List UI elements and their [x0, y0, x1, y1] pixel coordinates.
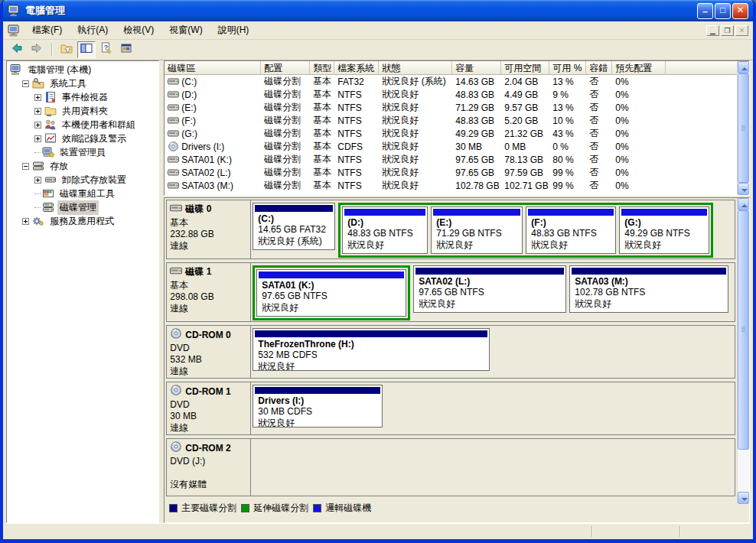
partition-c[interactable]: (C:) 14.65 GB FAT32 狀況良好 (系統): [253, 203, 335, 250]
tree-item-label: 系統工具: [47, 76, 89, 91]
tree-toggle-minus[interactable]: [22, 163, 29, 170]
tree-toggle-plus[interactable]: [34, 122, 41, 128]
partition-f[interactable]: (F:) 48.83 GB NTFS 狀況良好: [526, 206, 616, 254]
forward-button[interactable]: [28, 41, 46, 58]
scroll-track[interactable]: [738, 73, 749, 183]
back-button[interactable]: [8, 41, 26, 58]
volume-list-scrollbar[interactable]: [737, 61, 749, 195]
legend-item: 邏輯磁碟機: [313, 502, 371, 515]
cd-rom-0-label[interactable]: CD-ROM 0 DVD532 MB連線: [167, 326, 251, 378]
menu-item-2[interactable]: 檢視(V): [116, 21, 161, 39]
column-header-item[interactable]: 可用空間: [501, 61, 549, 75]
cd-drive-icon: [170, 328, 182, 341]
maximize-button[interactable]: □: [715, 3, 731, 19]
tree-toggle-plus[interactable]: [22, 218, 29, 225]
scroll-down-arrow[interactable]: [738, 183, 749, 195]
show-hide-console-tree-button[interactable]: [77, 41, 96, 58]
column-header-item[interactable]: 容錯: [586, 61, 612, 75]
volume-row-f[interactable]: (F:)磁碟分割基本NTFS狀況良好48.83 GB5.20 GB10 %否0%: [165, 114, 749, 127]
disk-icon: [168, 167, 179, 177]
volume-row-d[interactable]: (D:)磁碟分割基本NTFS狀況良好48.83 GB4.49 GB9 %否0%: [165, 88, 749, 101]
column-header-item[interactable]: 檔案系統: [334, 61, 379, 75]
column-header-item[interactable]: 可用 %: [549, 61, 586, 75]
tree-item-services-and-applications[interactable]: 服務及應用程式: [7, 214, 158, 228]
volume-row-drivers-i[interactable]: Drivers (I:)磁碟分割基本CDFS狀況良好30 MB0 MB0 %否0…: [165, 140, 749, 153]
volume-row-g[interactable]: (G:)磁碟分割基本NTFS狀況良好49.29 GB21.32 GB43 %否0…: [165, 127, 749, 140]
minimize-button[interactable]: –: [697, 3, 713, 19]
cell-item: 0%: [612, 102, 666, 113]
cell-item: 狀況良好: [379, 140, 452, 153]
scroll-thumb[interactable]: [738, 210, 749, 450]
volume-row-sata02-l[interactable]: SATA02 (L:)磁碟分割基本NTFS狀況良好97.65 GB97.59 G…: [165, 166, 749, 179]
column-header-item[interactable]: 磁碟區: [165, 61, 261, 75]
cell-item: 43 %: [549, 128, 586, 139]
child-restore-button[interactable]: ❐: [721, 25, 734, 36]
cd-rom-1-row: CD-ROM 1 DVD30 MB連線 Drivers (I:) 30 MB C…: [166, 382, 735, 435]
tree-toggle-plus[interactable]: [34, 94, 41, 101]
console-window-button[interactable]: [117, 41, 135, 58]
column-header-item[interactable]: 預先配置: [612, 61, 666, 75]
tree-item-disk-management[interactable]: 磁碟管理: [7, 200, 158, 214]
tree-toggle-plus[interactable]: [34, 108, 41, 115]
tree-item-performance-logs-alerts[interactable]: 效能記錄及警示: [7, 132, 158, 145]
up-one-level-button[interactable]: [57, 41, 76, 58]
child-close-button[interactable]: ✕: [735, 25, 748, 36]
cd-rom-0-graphic: TheFrozenThrone (H:) 532 MB CDFS 狀況良好: [251, 326, 735, 378]
volume-row-c[interactable]: (C:)磁碟分割基本FAT32狀況良好 (系統)14.63 GB2.04 GB1…: [165, 75, 749, 88]
primary-partition-group: TheFrozenThrone (H:) 532 MB CDFS 狀況良好: [253, 328, 490, 371]
extended-partition-group: SATA01 (K:) 97.65 GB NTFS 狀況良好: [253, 265, 410, 320]
scroll-track[interactable]: [738, 210, 749, 492]
column-header-item[interactable]: 狀態: [379, 61, 452, 75]
disk-1-label[interactable]: 磁碟 1 基本298.08 GB連線: [167, 263, 251, 321]
disk-0-label[interactable]: 磁碟 0 基本232.88 GB連線: [167, 200, 251, 258]
scroll-up-arrow[interactable]: [738, 61, 749, 73]
column-header-item[interactable]: 配置: [261, 61, 310, 75]
volume-row-sata01-k[interactable]: SATA01 (K:)磁碟分割基本NTFS狀況良好97.65 GB78.13 G…: [165, 153, 749, 166]
cell-item: 0 %: [549, 141, 586, 152]
column-header-item[interactable]: 容量: [452, 61, 501, 75]
partition-drivers-i[interactable]: Drivers (I:) 30 MB CDFS 狀況良好: [253, 385, 383, 428]
disk-drive-icon: [170, 203, 182, 216]
tree-toggle-plus[interactable]: [34, 177, 41, 184]
partition-sata01-k[interactable]: SATA01 (K:) 97.65 GB NTFS 狀況良好: [256, 269, 406, 317]
partition-sata03-m[interactable]: SATA03 (M:) 102.78 GB NTFS 狀況良好: [569, 265, 728, 313]
cd-rom-2-label[interactable]: CD-ROM 2 DVD (J:) 沒有媒體: [167, 439, 251, 496]
column-header-item[interactable]: 類型: [310, 61, 334, 75]
tree-item-shared-folders[interactable]: 共用資料夾: [7, 104, 158, 118]
scroll-thumb[interactable]: [738, 73, 749, 183]
scroll-down-arrow[interactable]: [738, 492, 749, 504]
partition-d[interactable]: (D:) 48.83 GB NTFS 狀況良好: [342, 206, 428, 254]
graphic-pane-scrollbar[interactable]: [737, 198, 749, 504]
child-minimize-button[interactable]: ▁: [706, 25, 719, 36]
cd-rom-1-label[interactable]: CD-ROM 1 DVD30 MB連線: [167, 382, 251, 434]
menu-item-4[interactable]: 說明(H): [210, 21, 257, 39]
properties-help-button[interactable]: ?: [97, 41, 116, 58]
disk-info-line: DVD: [170, 343, 247, 354]
tree-item-system-tools[interactable]: 系統工具: [7, 76, 158, 90]
tree-item-event-viewer[interactable]: 事件檢視器: [7, 90, 158, 104]
volume-row-e[interactable]: (E:)磁碟分割基本NTFS狀況良好71.29 GB9.57 GB13 %否0%: [165, 101, 749, 114]
tree-toggle-plus[interactable]: [34, 135, 41, 142]
menu-item-3[interactable]: 視窗(W): [161, 21, 210, 39]
menu-item-0[interactable]: 檔案(F): [24, 21, 70, 39]
tree-item-local-users-and-groups[interactable]: 本機使用者和群組: [7, 118, 158, 132]
partition-g[interactable]: (G:) 49.29 GB NTFS 狀況良好: [619, 206, 709, 254]
title-bar: 電腦管理 – □ ✕: [3, 0, 753, 21]
partition-e[interactable]: (E:) 71.29 GB NTFS 狀況良好: [431, 206, 523, 254]
tree-item-disk-defragmenter[interactable]: 磁碟重組工具: [7, 187, 158, 200]
tree-toggle-minus[interactable]: [22, 80, 29, 87]
details-panel: 磁碟區配置類型檔案系統狀態容量可用空間可用 %容錯預先配置 (C:)磁碟分割基本…: [164, 60, 750, 523]
tree-item-computer-management-root[interactable]: 電腦管理 (本機): [7, 63, 158, 76]
cell-item: 0%: [612, 154, 666, 165]
partition-size: 102.78 GB NTFS: [570, 287, 728, 298]
tree-item-device-manager[interactable]: 裝置管理員: [7, 145, 158, 159]
close-button[interactable]: ✕: [732, 3, 748, 19]
partition-sata02-l[interactable]: SATA02 (L:) 97.65 GB NTFS 狀況良好: [413, 265, 566, 313]
menu-item-1[interactable]: 執行(A): [70, 21, 116, 39]
cell-item: 0%: [612, 76, 666, 87]
tree-item-removable-storage[interactable]: 卸除式存放裝置: [7, 173, 158, 187]
volume-row-sata03-m[interactable]: SATA03 (M:)磁碟分割基本NTFS狀況良好102.78 GB102.71…: [165, 179, 749, 192]
tree-item-storage[interactable]: 存放: [7, 159, 158, 173]
scroll-up-arrow[interactable]: [738, 198, 749, 210]
partition-thefrozenthrone-h[interactable]: TheFrozenThrone (H:) 532 MB CDFS 狀況良好: [253, 328, 490, 371]
